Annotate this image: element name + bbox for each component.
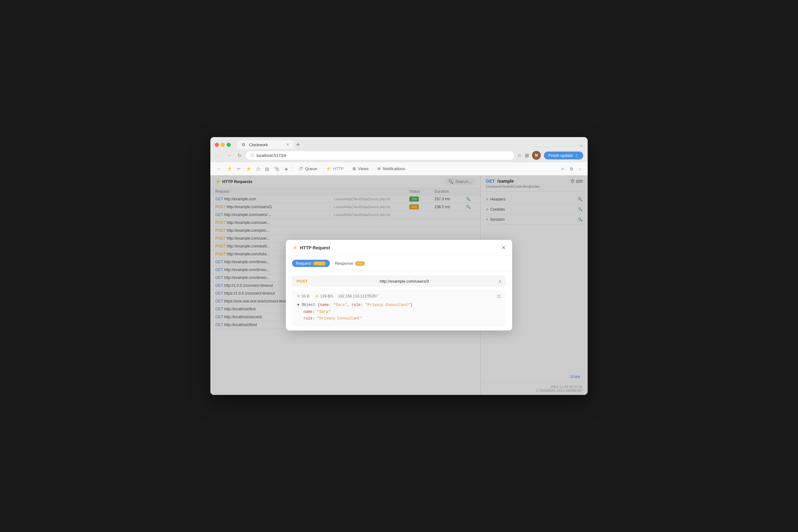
tab-favicon-icon: ⚙ bbox=[242, 142, 247, 147]
meta-size: ⟳ 33 B bbox=[297, 294, 309, 298]
meta-size-value: 33 B bbox=[302, 294, 309, 298]
doc-icon[interactable]: ▤ bbox=[263, 165, 271, 173]
tab-queue[interactable]: ⏱ Queue bbox=[295, 165, 321, 172]
close-window-btn[interactable] bbox=[215, 143, 219, 147]
collapse-btn[interactable]: ∧ bbox=[498, 279, 501, 284]
modal-tab-response-label: Response bbox=[335, 261, 354, 266]
tab-close-btn[interactable]: ✕ bbox=[286, 142, 289, 147]
bookmark-btn[interactable]: ☆ bbox=[517, 152, 521, 158]
field-role-value: "Privacy Consultant" bbox=[317, 316, 362, 321]
modal-close-btn[interactable]: ✕ bbox=[501, 244, 506, 251]
finish-update-label: Finish update bbox=[548, 153, 573, 158]
field-name-value: "Sara" bbox=[317, 310, 330, 314]
browser-tab-clockwork[interactable]: ⚙ Clockwork ✕ bbox=[237, 140, 294, 149]
back-btn[interactable]: ← bbox=[215, 152, 222, 159]
views-icon: ⊞ bbox=[353, 166, 356, 171]
toolbar-separator bbox=[292, 166, 293, 172]
field-role-key: role bbox=[303, 316, 312, 321]
reload-btn[interactable]: ↻ bbox=[236, 152, 243, 159]
bolt-icon[interactable]: ⚡ bbox=[244, 165, 253, 173]
minimize-window-btn[interactable] bbox=[221, 143, 225, 147]
copy-button[interactable]: ⊡ bbox=[497, 294, 501, 299]
modal-title: ⚡ HTTP Request bbox=[292, 245, 330, 250]
code-obj-label: Object bbox=[302, 303, 317, 307]
tab-notifications[interactable]: ✉ Notifications bbox=[374, 165, 409, 172]
field-name-key: name bbox=[303, 310, 312, 314]
lock-icon: ⓘ bbox=[250, 153, 254, 158]
modal-tab-request[interactable]: Request POST bbox=[292, 260, 330, 267]
modal-icon: ⚡ bbox=[292, 245, 298, 250]
tab-http[interactable]: ⚡ HTTP bbox=[322, 165, 347, 172]
title-bar: ⚙ Clockwork ✕ + ⌄ bbox=[210, 137, 588, 149]
forward-btn[interactable]: → bbox=[225, 152, 233, 159]
activity-icon[interactable]: ⚡ bbox=[225, 165, 234, 173]
extensions-btn[interactable]: ⊞ bbox=[525, 152, 529, 158]
meta-speed-value: 139 B/s bbox=[320, 294, 333, 298]
http-request-modal: ⚡ HTTP Request ✕ Request POST Response 4… bbox=[286, 240, 512, 330]
layers-icon[interactable]: ◈ bbox=[283, 165, 290, 173]
request-meta: ⟳ 33 B ⚡ 139 B/s 192.168.110.113:55267 bbox=[297, 294, 501, 299]
request-url-bar: POST http://example.com/users/3 ∧ bbox=[292, 276, 506, 287]
avatar[interactable]: M bbox=[532, 151, 541, 160]
modal-tabs: Request POST Response 405 bbox=[286, 256, 512, 271]
modal-tab-request-badge: POST bbox=[313, 261, 326, 266]
meta-speed: ⚡ 139 B/s bbox=[315, 294, 333, 298]
meta-ip-value: 192.168.110.113:55267 bbox=[338, 294, 378, 298]
modal-title-text: HTTP Request bbox=[300, 245, 330, 250]
address-input[interactable]: ⓘ localhost:5173/# bbox=[246, 151, 514, 160]
modal-request-url: http://example.com/users/3 bbox=[380, 279, 429, 284]
tab-queue-label: Queue bbox=[305, 166, 317, 171]
modal-request-method: POST bbox=[297, 279, 307, 284]
address-bar: ← → ↻ ⓘ localhost:5173/# ☆ ⊞ M Finish up… bbox=[210, 149, 588, 162]
triangle-icon: ▼ bbox=[297, 303, 299, 307]
tab-title: Clockwork bbox=[249, 142, 268, 147]
meta-ip: 192.168.110.113:55267 bbox=[338, 294, 378, 298]
size-icon: ⟳ bbox=[297, 294, 300, 298]
modal-tab-response-badge: 405 bbox=[355, 261, 365, 266]
modal-header: ⚡ HTTP Request ✕ bbox=[286, 240, 512, 256]
app-body: ⚡ HTTP Requests 🔍 Search... Request Stat… bbox=[210, 175, 588, 395]
tab-http-label: HTTP bbox=[333, 166, 344, 171]
request-body: ⟳ 33 B ⚡ 139 B/s 192.168.110.113:55267 bbox=[292, 290, 506, 326]
traffic-lights bbox=[215, 143, 231, 147]
finish-update-button[interactable]: Finish update ⋮ bbox=[544, 152, 583, 159]
modal-overlay[interactable]: ⚡ HTTP Request ✕ Request POST Response 4… bbox=[210, 175, 588, 395]
queue-icon: ⏱ bbox=[299, 166, 303, 171]
new-tab-btn[interactable]: + bbox=[294, 141, 302, 148]
edit-icon[interactable]: ✏ bbox=[235, 165, 243, 173]
clock-icon[interactable]: ◷ bbox=[254, 165, 262, 173]
tab-notifications-label: Notifications bbox=[383, 166, 405, 171]
notifications-icon: ✉ bbox=[377, 166, 381, 171]
address-right-actions: ☆ ⊞ M Finish update ⋮ bbox=[517, 151, 583, 160]
modal-tab-request-label: Request bbox=[296, 261, 311, 266]
toolbar-right: ≡ ⚙ › bbox=[559, 165, 583, 173]
tab-views-label: Views bbox=[358, 166, 368, 171]
code-block: ▼ Object {name: "Sara", role: "Privacy C… bbox=[297, 302, 501, 322]
finish-update-menu-icon: ⋮ bbox=[575, 153, 579, 158]
modal-tab-response[interactable]: Response 405 bbox=[335, 260, 365, 267]
settings-icon[interactable]: ⚙ bbox=[568, 165, 575, 173]
window-maximize-icon[interactable]: ⌄ bbox=[579, 142, 583, 148]
speed-icon: ⚡ bbox=[315, 294, 319, 298]
http-icon: ⚡ bbox=[326, 166, 331, 171]
attach-icon[interactable]: 📎 bbox=[272, 165, 281, 173]
address-text: localhost:5173/# bbox=[256, 153, 286, 158]
more-icon[interactable]: › bbox=[577, 165, 583, 173]
app-content: ← ⚡ ✏ ⚡ ◷ ▤ 📎 ◈ ⏱ Queue ⚡ HTTP ⊞ Views ✉ bbox=[210, 162, 588, 395]
nav-back-icon[interactable]: ← bbox=[215, 165, 224, 173]
app-toolbar: ← ⚡ ✏ ⚡ ◷ ▤ 📎 ◈ ⏱ Queue ⚡ HTTP ⊞ Views ✉ bbox=[210, 162, 588, 175]
tab-views[interactable]: ⊞ Views bbox=[349, 165, 372, 172]
tab-bar: ⚙ Clockwork ✕ + bbox=[237, 140, 302, 149]
modal-body: POST http://example.com/users/3 ∧ ⟳ 33 B bbox=[286, 271, 512, 330]
maximize-window-btn[interactable] bbox=[227, 143, 231, 147]
menu-icon[interactable]: ≡ bbox=[559, 165, 566, 173]
